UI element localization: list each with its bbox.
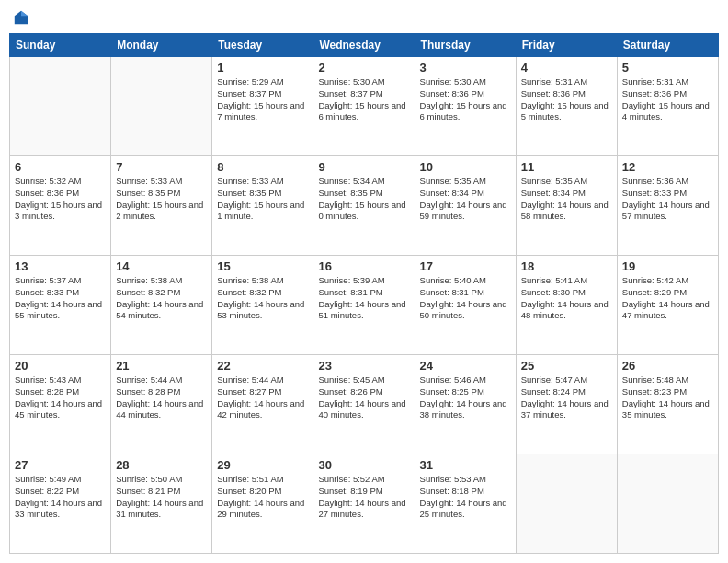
cell-info: Sunrise: 5:50 AM Sunset: 8:21 PM Dayligh…: [116, 474, 207, 521]
calendar-cell: 26Sunrise: 5:48 AM Sunset: 8:23 PM Dayli…: [617, 355, 718, 454]
calendar-cell: 9Sunrise: 5:34 AM Sunset: 8:35 PM Daylig…: [313, 156, 415, 256]
day-number: 22: [217, 359, 308, 373]
cell-info: Sunrise: 5:39 AM Sunset: 8:31 PM Dayligh…: [318, 275, 409, 322]
calendar-cell: 21Sunrise: 5:44 AM Sunset: 8:28 PM Dayli…: [111, 355, 212, 454]
day-number: 3: [420, 61, 511, 75]
cell-info: Sunrise: 5:35 AM Sunset: 8:34 PM Dayligh…: [420, 176, 511, 223]
header: [9, 9, 719, 26]
calendar-cell: 14Sunrise: 5:38 AM Sunset: 8:32 PM Dayli…: [111, 256, 212, 355]
cell-info: Sunrise: 5:44 AM Sunset: 8:28 PM Dayligh…: [116, 374, 207, 421]
cell-info: Sunrise: 5:43 AM Sunset: 8:28 PM Dayligh…: [15, 374, 106, 421]
calendar-cell: 19Sunrise: 5:42 AM Sunset: 8:29 PM Dayli…: [617, 256, 718, 355]
calendar-cell: 3Sunrise: 5:30 AM Sunset: 8:36 PM Daylig…: [415, 57, 516, 156]
day-header-saturday: Saturday: [617, 34, 718, 57]
cell-info: Sunrise: 5:38 AM Sunset: 8:32 PM Dayligh…: [116, 275, 207, 322]
logo-icon: [13, 9, 29, 26]
cell-info: Sunrise: 5:38 AM Sunset: 8:32 PM Dayligh…: [217, 275, 308, 322]
day-number: 31: [420, 458, 511, 472]
day-number: 28: [116, 458, 207, 472]
cell-info: Sunrise: 5:45 AM Sunset: 8:26 PM Dayligh…: [318, 374, 409, 421]
day-number: 9: [318, 160, 409, 174]
calendar-cell: 22Sunrise: 5:44 AM Sunset: 8:27 PM Dayli…: [212, 355, 313, 454]
cell-info: Sunrise: 5:42 AM Sunset: 8:29 PM Dayligh…: [622, 275, 713, 322]
day-number: 2: [318, 61, 409, 75]
calendar-cell: 7Sunrise: 5:33 AM Sunset: 8:35 PM Daylig…: [111, 156, 212, 256]
cell-info: Sunrise: 5:49 AM Sunset: 8:22 PM Dayligh…: [15, 474, 106, 521]
cell-info: Sunrise: 5:41 AM Sunset: 8:30 PM Dayligh…: [521, 275, 612, 322]
cell-info: Sunrise: 5:32 AM Sunset: 8:36 PM Dayligh…: [15, 176, 106, 223]
day-number: 24: [420, 359, 511, 373]
calendar-cell: [10, 57, 111, 156]
day-number: 12: [622, 160, 713, 174]
day-number: 21: [116, 359, 207, 373]
cell-info: Sunrise: 5:30 AM Sunset: 8:36 PM Dayligh…: [420, 76, 511, 123]
day-header-monday: Monday: [111, 34, 212, 57]
day-number: 11: [521, 160, 612, 174]
cell-info: Sunrise: 5:33 AM Sunset: 8:35 PM Dayligh…: [217, 176, 308, 223]
calendar-cell: 30Sunrise: 5:52 AM Sunset: 8:19 PM Dayli…: [313, 454, 415, 554]
day-header-sunday: Sunday: [10, 34, 111, 57]
calendar-cell: 2Sunrise: 5:30 AM Sunset: 8:37 PM Daylig…: [313, 57, 415, 156]
day-number: 7: [116, 160, 207, 174]
day-number: 27: [15, 458, 106, 472]
day-header-friday: Friday: [516, 34, 617, 57]
cell-info: Sunrise: 5:34 AM Sunset: 8:35 PM Dayligh…: [318, 176, 409, 223]
calendar-cell: 4Sunrise: 5:31 AM Sunset: 8:36 PM Daylig…: [516, 57, 617, 156]
cell-info: Sunrise: 5:35 AM Sunset: 8:34 PM Dayligh…: [521, 176, 612, 223]
day-number: 10: [420, 160, 511, 174]
calendar-cell: [516, 454, 617, 554]
calendar-cell: 16Sunrise: 5:39 AM Sunset: 8:31 PM Dayli…: [313, 256, 415, 355]
calendar-cell: 31Sunrise: 5:53 AM Sunset: 8:18 PM Dayli…: [415, 454, 516, 554]
day-number: 1: [217, 61, 308, 75]
cell-info: Sunrise: 5:52 AM Sunset: 8:19 PM Dayligh…: [318, 474, 409, 521]
day-number: 15: [217, 259, 308, 273]
cell-info: Sunrise: 5:31 AM Sunset: 8:36 PM Dayligh…: [521, 76, 612, 123]
calendar-cell: 13Sunrise: 5:37 AM Sunset: 8:33 PM Dayli…: [10, 256, 111, 355]
calendar-cell: 6Sunrise: 5:32 AM Sunset: 8:36 PM Daylig…: [10, 156, 111, 256]
calendar-week-4: 20Sunrise: 5:43 AM Sunset: 8:28 PM Dayli…: [10, 355, 719, 454]
calendar-cell: 1Sunrise: 5:29 AM Sunset: 8:37 PM Daylig…: [212, 57, 313, 156]
day-number: 18: [521, 259, 612, 273]
calendar-cell: 23Sunrise: 5:45 AM Sunset: 8:26 PM Dayli…: [313, 355, 415, 454]
day-number: 25: [521, 359, 612, 373]
day-header-wednesday: Wednesday: [313, 34, 415, 57]
day-number: 20: [15, 359, 106, 373]
calendar-cell: 11Sunrise: 5:35 AM Sunset: 8:34 PM Dayli…: [516, 156, 617, 256]
calendar-cell: 17Sunrise: 5:40 AM Sunset: 8:31 PM Dayli…: [415, 256, 516, 355]
calendar-cell: [111, 57, 212, 156]
calendar-cell: 18Sunrise: 5:41 AM Sunset: 8:30 PM Dayli…: [516, 256, 617, 355]
day-number: 5: [622, 61, 713, 75]
day-header-tuesday: Tuesday: [212, 34, 313, 57]
calendar-cell: 29Sunrise: 5:51 AM Sunset: 8:20 PM Dayli…: [212, 454, 313, 554]
cell-info: Sunrise: 5:40 AM Sunset: 8:31 PM Dayligh…: [420, 275, 511, 322]
calendar-week-3: 13Sunrise: 5:37 AM Sunset: 8:33 PM Dayli…: [10, 256, 719, 355]
day-number: 13: [15, 259, 106, 273]
calendar-cell: 10Sunrise: 5:35 AM Sunset: 8:34 PM Dayli…: [415, 156, 516, 256]
calendar-cell: 5Sunrise: 5:31 AM Sunset: 8:36 PM Daylig…: [617, 57, 718, 156]
calendar-cell: [617, 454, 718, 554]
cell-info: Sunrise: 5:30 AM Sunset: 8:37 PM Dayligh…: [318, 76, 409, 123]
day-number: 26: [622, 359, 713, 373]
day-number: 19: [622, 259, 713, 273]
day-number: 8: [217, 160, 308, 174]
day-number: 6: [15, 160, 106, 174]
calendar-cell: 20Sunrise: 5:43 AM Sunset: 8:28 PM Dayli…: [10, 355, 111, 454]
cell-info: Sunrise: 5:29 AM Sunset: 8:37 PM Dayligh…: [217, 76, 308, 123]
cell-info: Sunrise: 5:46 AM Sunset: 8:25 PM Dayligh…: [420, 374, 511, 421]
page: SundayMondayTuesdayWednesdayThursdayFrid…: [0, 0, 728, 563]
cell-info: Sunrise: 5:37 AM Sunset: 8:33 PM Dayligh…: [15, 275, 106, 322]
cell-info: Sunrise: 5:51 AM Sunset: 8:20 PM Dayligh…: [217, 474, 308, 521]
calendar-cell: 24Sunrise: 5:46 AM Sunset: 8:25 PM Dayli…: [415, 355, 516, 454]
day-number: 17: [420, 259, 511, 273]
calendar: SundayMondayTuesdayWednesdayThursdayFrid…: [9, 33, 719, 554]
day-number: 14: [116, 259, 207, 273]
calendar-week-2: 6Sunrise: 5:32 AM Sunset: 8:36 PM Daylig…: [10, 156, 719, 256]
calendar-week-1: 1Sunrise: 5:29 AM Sunset: 8:37 PM Daylig…: [10, 57, 719, 156]
calendar-header-row: SundayMondayTuesdayWednesdayThursdayFrid…: [10, 34, 719, 57]
day-number: 29: [217, 458, 308, 472]
cell-info: Sunrise: 5:47 AM Sunset: 8:24 PM Dayligh…: [521, 374, 612, 421]
day-number: 30: [318, 458, 409, 472]
calendar-cell: 27Sunrise: 5:49 AM Sunset: 8:22 PM Dayli…: [10, 454, 111, 554]
calendar-week-5: 27Sunrise: 5:49 AM Sunset: 8:22 PM Dayli…: [10, 454, 719, 554]
cell-info: Sunrise: 5:53 AM Sunset: 8:18 PM Dayligh…: [420, 474, 511, 521]
